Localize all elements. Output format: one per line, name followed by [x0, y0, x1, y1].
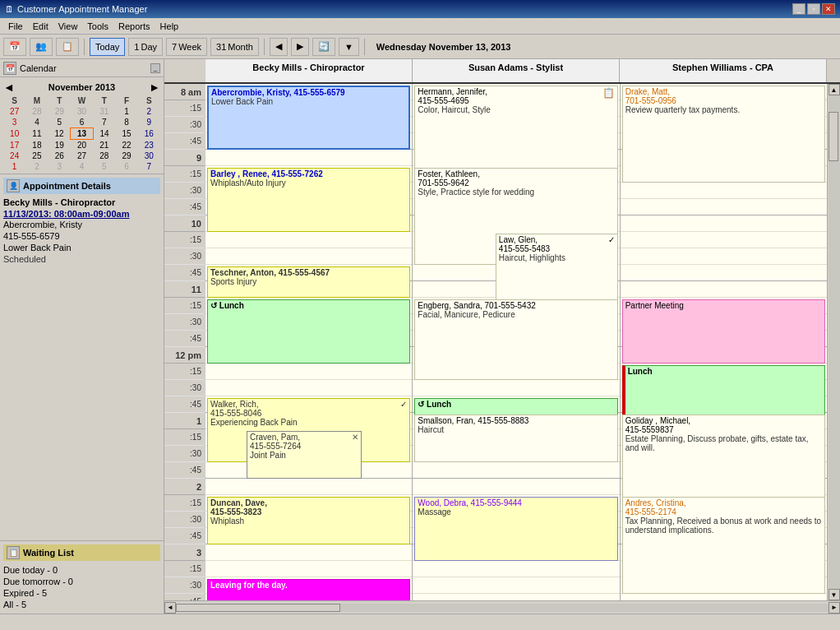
appt-duncan[interactable]: Duncan, Dave,415-555-3823 Whiplash [207, 497, 410, 544]
horiz-scroll-track[interactable] [176, 604, 828, 612]
cal-day[interactable]: 26 [48, 151, 71, 161]
scroll-thumb[interactable] [828, 112, 838, 161]
cal-day[interactable]: 27 [3, 106, 25, 117]
menu-edit[interactable]: Edit [28, 21, 53, 32]
cal-day[interactable]: 5 [48, 117, 71, 128]
menu-file[interactable]: File [3, 21, 28, 32]
cal-day[interactable]: 10 [3, 128, 25, 140]
next-month-button[interactable]: ► [149, 81, 160, 94]
appt-teschner[interactable]: Teschner, Anton, 415-555-4567 Sports Inj… [207, 266, 410, 298]
cal-day[interactable]: 1 [115, 106, 137, 117]
filter-button[interactable]: ▼ [339, 38, 359, 56]
provider-col-susan[interactable]: Hermann, Jennifer,415-555-4695 📋 Color, … [413, 84, 620, 600]
cal-day[interactable]: 12 [48, 128, 71, 140]
menu-help[interactable]: Help [155, 21, 184, 32]
cal-day[interactable]: 27 [71, 151, 93, 161]
restore-button[interactable]: ▫ [807, 3, 820, 15]
day-button[interactable]: 1 Day [128, 38, 163, 56]
cal-day[interactable]: 2 [138, 106, 160, 117]
month-button[interactable]: 31 Month [210, 38, 259, 56]
collapse-calendar-button[interactable]: _ [150, 63, 160, 73]
menu-view[interactable]: View [53, 21, 83, 32]
cal-day[interactable]: 3 [3, 117, 25, 128]
scroll-down-button[interactable]: ▼ [828, 589, 840, 600]
cal-day[interactable]: 11 [25, 128, 48, 140]
cal-day[interactable]: 21 [93, 140, 115, 151]
toolbar-icon3[interactable]: 📋 [56, 38, 79, 56]
cal-day[interactable]: 28 [25, 106, 48, 117]
time-row [205, 380, 412, 396]
cal-day[interactable]: 7 [138, 161, 160, 172]
time-grid-scroll[interactable]: 8 am :15 :30 :45 9 :15 :30 :45 10 :15 :3… [164, 84, 827, 600]
scroll-right-button[interactable]: ► [828, 602, 840, 614]
cal-day[interactable]: 19 [48, 140, 71, 151]
scroll-left-button[interactable]: ◄ [164, 602, 176, 614]
provider-col-stephen[interactable]: Drake, Matt,701-555-0956 Review quarterl… [621, 84, 827, 600]
cal-day[interactable]: 29 [48, 106, 71, 117]
cal-day-today[interactable]: 13 [71, 128, 93, 140]
provider-col-becky[interactable]: Abercrombie, Kristy, 415-555-6579 Lower … [205, 84, 413, 600]
appt-engberg[interactable]: Engberg, Sandra, 701-555-5432 Facial, Ma… [414, 299, 617, 380]
cal-day[interactable]: 24 [3, 151, 25, 161]
cal-day[interactable]: 28 [93, 151, 115, 161]
menu-reports[interactable]: Reports [113, 21, 155, 32]
cal-day[interactable]: 16 [138, 128, 160, 140]
vertical-scrollbar[interactable]: ▲ ▼ [827, 84, 840, 600]
appt-leaving[interactable]: Leaving for the day. [207, 579, 410, 600]
appt-drake[interactable]: Drake, Matt,701-555-0956 Review quarterl… [622, 86, 825, 183]
cal-day[interactable]: 14 [93, 128, 115, 140]
close-button[interactable]: ✕ [822, 3, 835, 15]
cal-day[interactable]: 2 [25, 161, 48, 172]
cal-day[interactable]: 7 [93, 117, 115, 128]
appt-datetime[interactable]: 11/13/2013: 08:00am-09:00am [3, 209, 160, 219]
cal-day[interactable]: 23 [138, 140, 160, 151]
cal-day[interactable]: 18 [25, 140, 48, 151]
time-row [621, 594, 827, 600]
popup-close-button[interactable]: ✕ [352, 433, 358, 442]
cal-day[interactable]: 1 [3, 161, 25, 172]
scroll-up-button[interactable]: ▲ [828, 84, 840, 95]
cal-day[interactable]: 6 [71, 117, 93, 128]
appt-craven-popup[interactable]: Craven, Pam,415-555-7264Joint Pain ✕ [247, 431, 362, 479]
appt-barley[interactable]: Barley , Renee, 415-555-7262 Whiplash/Au… [207, 168, 410, 232]
refresh-button[interactable]: 🔄 [312, 38, 335, 56]
toolbar-icon2[interactable]: 👥 [30, 38, 53, 56]
cal-day[interactable]: 15 [115, 128, 137, 140]
prev-button[interactable]: ◀ [270, 38, 288, 56]
cal-day[interactable]: 22 [115, 140, 137, 151]
appt-partner-meeting[interactable]: Partner Meeting [622, 299, 825, 364]
cal-day[interactable]: 20 [71, 140, 93, 151]
cal-day[interactable]: 29 [115, 151, 137, 161]
title-bar-controls[interactable]: _ ▫ ✕ [792, 3, 835, 15]
menu-tools[interactable]: Tools [82, 21, 113, 32]
cal-day[interactable]: 31 [93, 106, 115, 117]
cal-day[interactable]: 3 [48, 161, 71, 172]
time-label-11: 11 [164, 281, 205, 298]
next-button[interactable]: ▶ [291, 38, 309, 56]
cal-day[interactable]: 17 [3, 140, 25, 151]
appt-name: Teschner, Anton, 415-555-4567 [210, 268, 407, 277]
appt-becky-lunch[interactable]: ↺ Lunch [207, 299, 410, 364]
prev-month-button[interactable]: ◄ [3, 81, 15, 94]
minimize-button[interactable]: _ [792, 3, 805, 15]
cal-day[interactable]: 6 [115, 161, 137, 172]
check-icon: ✓ [608, 235, 615, 253]
appt-andres[interactable]: Andres, Cristina,415-555-2174 Tax Planni… [622, 497, 825, 594]
week-button[interactable]: 7 Week [166, 38, 207, 56]
scroll-track[interactable] [828, 95, 840, 589]
cal-day[interactable]: 5 [93, 161, 115, 172]
cal-day[interactable]: 30 [71, 106, 93, 117]
horiz-scroll-thumb[interactable] [176, 604, 340, 612]
appt-abercrombie[interactable]: Abercrombie, Kristy, 415-555-6579 Lower … [207, 86, 410, 150]
cal-day[interactable]: 25 [25, 151, 48, 161]
today-button[interactable]: Today [90, 38, 125, 56]
cal-day[interactable]: 4 [25, 117, 48, 128]
cal-day[interactable]: 4 [71, 161, 93, 172]
cal-day[interactable]: 8 [115, 117, 137, 128]
horizontal-scrollbar[interactable]: ◄ ► [164, 600, 840, 614]
appt-smallson[interactable]: Smallson, Fran, 415-555-8883 Haircut [414, 415, 617, 462]
cal-day[interactable]: 30 [138, 151, 160, 161]
toolbar-icon1[interactable]: 📅 [3, 38, 26, 56]
cal-day[interactable]: 9 [138, 117, 160, 128]
appt-wood[interactable]: Wood, Debra, 415-555-9444 Massage [414, 497, 617, 561]
